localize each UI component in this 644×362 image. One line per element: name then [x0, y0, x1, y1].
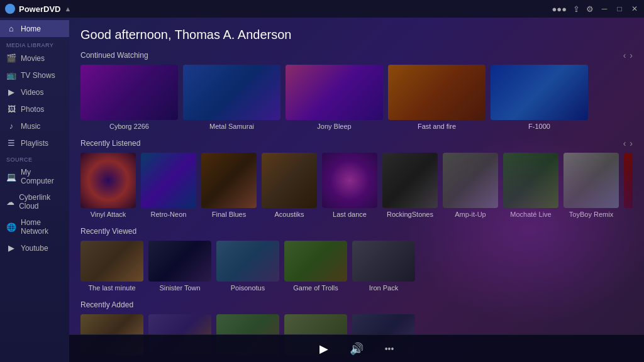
bottom-controls: ▶ 🔊 ••• — [69, 334, 644, 362]
movie-card[interactable]: Metal Samurai — [183, 65, 280, 130]
close-button[interactable]: ✕ — [630, 4, 639, 13]
computer-icon: 💻 — [6, 172, 16, 182]
music-card[interactable]: YES NoMor — [624, 153, 633, 218]
movie-label: Metal Samurai — [183, 123, 280, 130]
music-thumbnail — [382, 153, 438, 208]
recently-added-header: Recently Added — [80, 300, 633, 309]
recently-listened-next[interactable]: › — [630, 139, 633, 148]
continued-watching-next[interactable]: › — [630, 51, 633, 60]
greeting-text: Good afternoon, Thomas A. Anderson — [80, 28, 633, 42]
music-card[interactable]: Final Blues — [201, 153, 257, 218]
music-card[interactable]: Amp-it-Up — [443, 153, 498, 218]
volume-button[interactable]: 🔊 — [347, 339, 367, 359]
music-label: Vinyl Attack — [80, 211, 136, 218]
music-thumbnail — [141, 153, 196, 208]
recently-listened-row: Vinyl Attack Retro-Neon Final Blues Acou… — [80, 153, 633, 218]
music-label: ToyBoy Remix — [564, 211, 619, 218]
movie-thumbnail — [491, 65, 588, 120]
movie-card[interactable]: F-1000 — [491, 65, 588, 130]
movie-card[interactable]: Fast and fire — [388, 65, 486, 130]
cloud-icon: ☁ — [6, 197, 14, 207]
movie-thumbnail — [286, 65, 383, 120]
sidebar-item-network[interactable]: 🌐 Home Network — [0, 214, 69, 239]
video-label: The last minute — [80, 284, 143, 292]
sidebar-music-label: Music — [21, 122, 40, 131]
recently-listened-section: Recently Listened ‹ › Vinyl Attack Retro… — [80, 139, 633, 218]
movie-thumbnail — [80, 65, 178, 120]
video-thumbnail — [80, 241, 143, 282]
recently-listened-nav: ‹ › — [623, 139, 633, 148]
movie-card[interactable]: Jony Bleep — [286, 65, 383, 130]
music-label: Final Blues — [201, 211, 257, 218]
video-card[interactable]: The last minute — [80, 241, 143, 292]
music-thumbnail — [443, 153, 498, 208]
sidebar-network-label: Home Network — [21, 218, 63, 236]
network-home-icon: 🌐 — [6, 222, 16, 232]
sidebar-home-label: Home — [21, 25, 41, 33]
recently-listened-prev[interactable]: ‹ — [623, 139, 626, 148]
more-button[interactable]: ••• — [379, 339, 399, 359]
video-label: Sinister Town — [148, 284, 211, 292]
video-thumbnail — [148, 241, 211, 282]
photos-icon: 🖼 — [6, 104, 16, 114]
music-thumbnail — [564, 153, 619, 208]
sidebar-item-photos[interactable]: 🖼 Photos — [0, 101, 69, 118]
sidebar-item-mycomputer[interactable]: 💻 My Computer — [0, 164, 69, 189]
video-thumbnail — [216, 241, 279, 282]
video-card[interactable]: Poisonotus — [216, 241, 279, 292]
continued-watching-prev[interactable]: ‹ — [623, 51, 626, 60]
sidebar-playlists-label: Playlists — [21, 139, 48, 148]
recently-viewed-header: Recently Viewed — [80, 227, 633, 236]
music-thumbnail — [322, 153, 377, 208]
movie-thumbnail — [388, 65, 486, 120]
media-library-label: Media Library — [0, 37, 69, 50]
sidebar-item-music[interactable]: ♪ Music — [0, 118, 69, 134]
music-card[interactable]: RockingStones — [382, 153, 438, 218]
recently-listened-title: Recently Listened — [80, 139, 140, 148]
gear-icon[interactable]: ⚙ — [586, 4, 594, 14]
music-card[interactable]: Vinyl Attack — [80, 153, 136, 218]
source-label: Source — [0, 151, 69, 164]
video-label: Poisonotus — [216, 284, 279, 292]
continued-watching-title: Continued Watching — [80, 51, 148, 60]
video-thumbnail — [352, 241, 415, 282]
sidebar-item-cloud[interactable]: ☁ Cyberlink Cloud — [0, 189, 69, 214]
continued-watching-row: Cyborg 2266 Metal Samurai Jony Bleep Fas… — [80, 65, 633, 130]
sidebar-item-tvshows[interactable]: 📺 TV Shows — [0, 67, 69, 84]
music-thumbnail — [80, 153, 136, 208]
play-button[interactable]: ▶ — [314, 339, 334, 359]
movie-label: Jony Bleep — [286, 123, 383, 130]
music-card[interactable]: Acoustiks — [262, 153, 317, 218]
music-card[interactable]: Retro-Neon — [141, 153, 196, 218]
movie-label: Cyborg 2266 — [80, 123, 178, 130]
share-icon[interactable]: ⇪ — [573, 4, 580, 14]
recently-viewed-section: Recently Viewed The last minute Sinister… — [80, 227, 633, 292]
sidebar-item-videos[interactable]: ▶ Videos — [0, 84, 69, 101]
music-thumbnail — [503, 153, 558, 208]
music-label: RockingStones — [382, 211, 438, 218]
sidebar-tvshows-label: TV Shows — [21, 71, 55, 80]
video-card[interactable]: Game of Trolls — [284, 241, 347, 292]
music-card[interactable]: Last dance — [322, 153, 377, 218]
movies-icon: 🎬 — [6, 53, 16, 63]
app-title-area: PowerDVD ▲ — [5, 4, 71, 14]
video-card[interactable]: Sinister Town — [148, 241, 211, 292]
minimize-button[interactable]: ─ — [600, 4, 609, 13]
sidebar-item-home[interactable]: ⌂ Home — [0, 20, 69, 37]
music-label: Last dance — [322, 211, 377, 218]
music-card[interactable]: ToyBoy Remix — [564, 153, 619, 218]
sidebar-item-playlists[interactable]: ☰ Playlists — [0, 134, 69, 151]
sidebar-movies-label: Movies — [21, 54, 45, 63]
sidebar-item-movies[interactable]: 🎬 Movies — [0, 50, 69, 67]
network-icon[interactable]: ●●● — [552, 4, 567, 14]
sidebar: ⌂ Home Media Library 🎬 Movies 📺 TV Shows… — [0, 18, 69, 362]
music-card[interactable]: Mochaté Live — [503, 153, 558, 218]
tvshows-icon: 📺 — [6, 70, 16, 80]
playlists-icon: ☰ — [6, 138, 16, 148]
sidebar-item-youtube[interactable]: ▶ Youtube — [0, 239, 69, 256]
maximize-button[interactable]: □ — [615, 4, 624, 13]
video-label: Game of Trolls — [284, 284, 347, 292]
movie-card[interactable]: Cyborg 2266 — [80, 65, 178, 130]
recently-listened-header: Recently Listened ‹ › — [80, 139, 633, 148]
video-card[interactable]: Iron Pack — [352, 241, 415, 292]
